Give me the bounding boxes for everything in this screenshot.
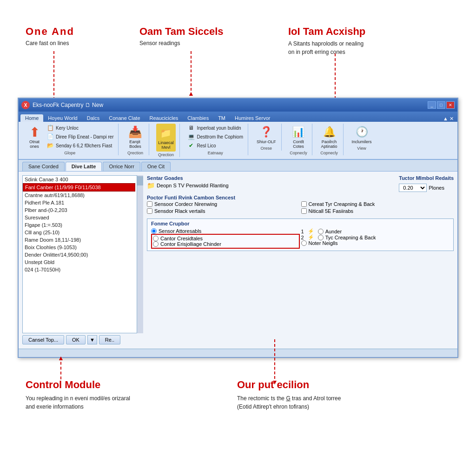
bottom-bar [19, 349, 457, 357]
ribbon-group-clipboard: ⬆ Otnatones 📋 Kery Unloc 📄 Diree Flip En… [21, 124, 119, 155]
list-item-10[interactable]: Dender Onlitter/14,9500;00) [23, 251, 135, 258]
poctor-section: Poctor Funti Rvink Cambon Sencest Sensoo… [147, 195, 454, 214]
radio-contor-erisj-input[interactable] [153, 241, 159, 247]
title-bar-controls: _ □ ✕ [428, 101, 455, 109]
list-item-2[interactable]: Crantne autr/619/11,8688) [23, 192, 135, 199]
annotation-top-center-subtitle: Sensor readings [139, 40, 180, 47]
right-panel: Sentar Goades 📁 Deopn S TV Penwoldd Rlan… [147, 175, 454, 344]
checkbox-cereat-input[interactable] [301, 201, 307, 207]
radio-tyc-input[interactable] [318, 235, 324, 240]
list-scrollbar[interactable] [137, 175, 143, 333]
menu-tab-clambies[interactable]: Clambies [183, 114, 213, 122]
list-item-7[interactable]: Clll ang (25-10) [23, 229, 135, 236]
radio-aunder-label: Aunder [325, 229, 342, 234]
ribbon-btn-linaecal[interactable]: 📁 LinaecalMevl [156, 124, 176, 152]
scrollbar-thumb[interactable] [137, 176, 143, 185]
list-box[interactable]: Sdink Canae 3 400 Fanl Canber (11/9/99 F… [22, 175, 143, 333]
ribbon-btn-desttrom[interactable]: 💻 Desttrom lhe Cophiom [186, 132, 244, 141]
ribbon-btn-contlt[interactable]: 📊 ContltCotes [289, 124, 308, 150]
checkbox-sensoor-label: Sensoor Cordecr Nirenwing [154, 201, 217, 207]
symbol-dropdown-row: 0.20 Plones [399, 184, 454, 192]
ribbon-btn-inperloat[interactable]: 🖥 Inperloat youn buliidn [186, 124, 244, 132]
menu-tab-humires[interactable]: Humires Servor [230, 114, 275, 122]
ribbon-btn-senday[interactable]: 📂 Senday 6 6,2 f0lchers Fiast [46, 141, 114, 150]
ribbon-btn-inclumilers[interactable]: 🕐 Inclumilers [350, 124, 374, 145]
menu-tab-conane[interactable]: Conane Clate [104, 114, 145, 122]
menu-tab-tm[interactable]: TM [213, 114, 230, 122]
list-item-11[interactable]: Unstept Gbld [23, 258, 135, 266]
tab-sane-corded[interactable]: Sane Corded [22, 162, 65, 171]
checkbox-sensdor-input[interactable] [147, 208, 152, 214]
ribbon-btn-shiur[interactable]: ❓ Shiur-OLF [255, 124, 278, 145]
minimize-button[interactable]: _ [428, 101, 436, 109]
tab-orrice-norr[interactable]: Orrice Norr [103, 162, 140, 171]
list-item-12[interactable]: 024 (1-70150H) [23, 266, 135, 273]
ribbon-btn-paoilrch[interactable]: 🔔 PaoilrchAptinatio [319, 124, 339, 150]
radio-sensor-attor-input[interactable] [151, 228, 157, 234]
arrow-center-head: ▲ [188, 90, 194, 97]
ribbon-toggle[interactable]: ▲ ✕ [443, 116, 456, 122]
ribbon-btn-resl[interactable]: ✔ Resl Lico [186, 141, 244, 150]
radio-cantor-cresid-label: Cantor Cresidtales [160, 236, 203, 241]
symbol-dropdown[interactable]: 0.20 [399, 184, 427, 192]
ribbon-btn-kery[interactable]: 📋 Kery Unloc [46, 124, 114, 132]
ribbon-group-label-qrection: Qrection [127, 151, 143, 155]
radio-cantor-cresid: Cantor Cresidtales [153, 236, 298, 241]
list-item-1[interactable]: Fanl Canber (11/9/99 F0/11/5038 [23, 183, 135, 192]
symbol-section-header: Tuctor MImbol Redaits [399, 175, 454, 181]
checkbox-niticall: Niticall 5E Fasiirabs [301, 208, 454, 214]
radio-aunder-input[interactable] [318, 229, 324, 234]
ribbon-btn-earqit[interactable]: 📥 EarqitBodes [126, 124, 145, 150]
menu-tab-dalcs[interactable]: Dalcs [82, 114, 105, 122]
re-button[interactable]: Re.. [99, 335, 120, 344]
menu-tab-hoyeu[interactable]: Hoyeu World [43, 114, 82, 122]
tab-one-cit[interactable]: One Cit [141, 162, 171, 171]
annotation-bottom-left-subtitle: You repleading in n eveni modil/es oriza… [26, 394, 130, 411]
maximize-button[interactable]: □ [437, 101, 445, 109]
poctor-section-header: Poctor Funti Rvink Cambon Sencest [147, 195, 454, 200]
radio-contor-erisj: Contor Erisjolliage Chinder [153, 241, 298, 247]
checkbox-sensoor-input[interactable] [147, 201, 152, 207]
list-item-8[interactable]: Rame Doom 18,11/-198) [23, 236, 135, 244]
ribbon-group-label-copnecly2: Copnecly [320, 151, 338, 155]
list-item-0[interactable]: Sdink Canae 3 400 [23, 176, 135, 183]
content-area: Sdink Canae 3 400 Fanl Canber (11/9/99 F… [19, 172, 457, 348]
menu-tab-home[interactable]: Home [20, 114, 43, 122]
menu-bar: Home Hoyeu World Dalcs Conane Clate Reau… [19, 112, 457, 122]
ribbon-btn-upload[interactable]: ⬆ Otnatones [25, 124, 44, 150]
list-item-3[interactable]: Pidhert Ple A.181 [23, 199, 135, 206]
radio-noter: Noter Neiglls [301, 240, 450, 246]
dropdown-button[interactable]: ▼ [87, 335, 97, 344]
format-left-col: Sensor Attoresabls Cantor Cresidtales Co… [151, 228, 300, 249]
poctor-checkboxes: Sensoor Cordecr Nirenwing Cereat Tyr Cre… [147, 201, 454, 214]
checkbox-cereat-label: Cereat Tyr Creapning & Back [309, 201, 375, 207]
checkbox-niticall-label: Niticall 5E Fasiirabs [309, 208, 354, 214]
ok-button[interactable]: OK [66, 335, 86, 344]
checkbox-niticall-input[interactable] [301, 208, 307, 214]
close-button[interactable]: ✕ [446, 101, 455, 109]
annotation-bottom-left-title: Control Module [26, 379, 100, 391]
cancel-top-button[interactable]: Cansel Top... [22, 335, 64, 344]
format-right-col: 1 ⚡ Aunder 2 ⚡ Tyc Creapning & Back [301, 228, 450, 249]
radio-tyc-label: Tyc Creapning & Back [325, 235, 376, 240]
radio-aunder: 1 ⚡ Aunder [301, 228, 450, 234]
menu-tab-reaucicicles[interactable]: Reaucicicles [145, 114, 183, 122]
annotation-top-left-subtitle: Care fast on lines [26, 40, 69, 47]
ribbon-btn-diree[interactable]: 📄 Diree Flip Eneat - Dampi rer [46, 132, 114, 141]
annotation-top-right-subtitle: A Sitants haprolodls or nealingon in pro… [288, 40, 364, 56]
radio-noter-input[interactable] [301, 240, 307, 246]
list-item-5[interactable]: Suresvaed [23, 214, 135, 221]
tab-dive-latte[interactable]: Dive Latte [66, 162, 102, 171]
left-panel: Sdink Canae 3 400 Fanl Canber (11/9/99 F… [22, 175, 143, 344]
lightning-icon-2: ⚡ [308, 234, 314, 240]
list-item-4[interactable]: Plber and-(0-2,203 [23, 206, 135, 214]
annotation-top-left-title: One And [26, 26, 74, 38]
arrow-bottom-left-head: ▲ [58, 354, 64, 362]
format-grid: Sensor Attoresabls Cantor Cresidtales Co… [151, 228, 450, 249]
radio-cantor-cresid-input[interactable] [153, 236, 159, 241]
list-item-9[interactable]: Boix Cloohles (9-1053) [23, 244, 135, 251]
checkbox-cereat: Cereat Tyr Creapning & Back [301, 201, 454, 207]
ribbon-group-paoilrch: 🔔 PaoilrchAptinatio Copnecly [315, 124, 343, 155]
list-item-6[interactable]: Flgape (1:=.503) [23, 221, 135, 229]
radio-noter-label: Noter Neiglls [309, 240, 338, 246]
